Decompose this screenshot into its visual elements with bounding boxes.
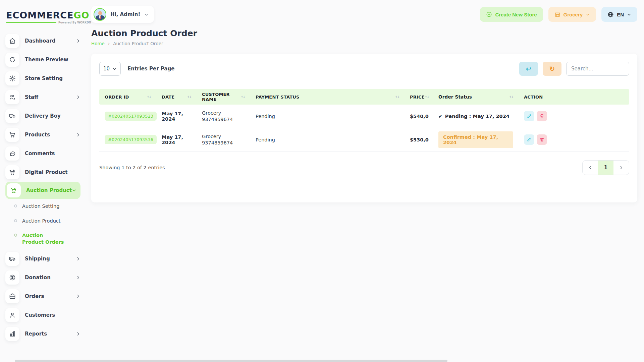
column-header-label: DATE [162, 95, 174, 100]
sidebar-item-auction-product[interactable]: Auction Product [5, 182, 80, 199]
horizontal-scrollbar[interactable] [15, 360, 447, 362]
sidebar-item-delivery-boy[interactable]: Delivery Boy [0, 107, 86, 125]
page-head: Auction Product Order Home › Auction Pro… [91, 28, 637, 46]
chevron-right-icon [76, 275, 80, 280]
sidebar-item-label: Auction Product [26, 187, 72, 193]
table-toolbar: 10 Entries Per Page ↩ ↻ [99, 62, 629, 76]
pagination-next-button[interactable] [613, 161, 629, 175]
edit-button[interactable] [524, 134, 534, 145]
create-new-store-button[interactable]: Create New Store [480, 7, 543, 22]
users-icon [5, 90, 19, 104]
sidebar-subitem-auction-product-orders[interactable]: Auction Product Orders [0, 228, 86, 249]
sidebar-subitem-auction-setting[interactable]: Auction Setting [0, 199, 86, 214]
sidebar-item-comments[interactable]: Comments [0, 144, 86, 163]
truck-icon [5, 109, 19, 123]
customer-phone: 9374859674 [202, 140, 245, 146]
sidebar-item-staff[interactable]: Staff [0, 88, 86, 107]
column-header-price[interactable]: PRICE↑↓ [405, 95, 433, 100]
chevron-right-icon [76, 132, 80, 137]
sort-icon: ↑↓ [425, 95, 429, 99]
home-icon [5, 34, 19, 48]
edit-button[interactable] [524, 111, 534, 121]
theme-preview-icon [5, 53, 19, 67]
breadcrumb-home-link[interactable]: Home [91, 41, 105, 46]
chevron-right-icon [76, 39, 80, 43]
delete-button[interactable] [537, 134, 547, 145]
pagination: 1 [582, 160, 629, 175]
entries-per-page-select[interactable]: 10 [99, 62, 121, 76]
sidebar-item-products[interactable]: Products [0, 125, 86, 144]
order-status-cell: ✔Pending : May 17, 2024 [433, 114, 519, 119]
trash-icon [539, 137, 544, 142]
order-status-badge: Confirmed : May 17, 2024 [438, 131, 513, 148]
column-header-order-status[interactable]: Order Status↑↓ [433, 94, 519, 100]
price-cell: $530,0 [405, 137, 433, 142]
column-header-label: Order Status [438, 94, 472, 100]
sidebar-subitem-label: Auction Product Orders [22, 232, 66, 245]
sidebar-item-label: Products [25, 132, 76, 138]
sidebar-subitem-auction-product[interactable]: Auction Product [0, 214, 86, 229]
logo-primary: ECOMMERCE [6, 10, 73, 20]
chevron-down-icon [72, 188, 76, 193]
showing-entries-text: Showing 1 to 2 of 2 entries [99, 165, 165, 170]
toolbar-right: ↩ ↻ [519, 62, 629, 76]
sidebar-item-digital-product[interactable]: Digital Product [0, 163, 86, 182]
search-input[interactable] [566, 62, 629, 76]
order-id-badge[interactable]: #020240517093536 [105, 135, 157, 144]
column-header-action: ACTION [519, 95, 629, 100]
column-header-label: ACTION [524, 95, 543, 100]
sort-icon: ↑↓ [509, 95, 513, 99]
sort-icon: ↑↓ [395, 95, 399, 99]
sidebar-item-orders[interactable]: Orders [0, 287, 86, 306]
store-selector-button[interactable]: Grocery [548, 7, 596, 22]
user-icon [5, 308, 19, 322]
user-greeting: Hi, Admin! [110, 11, 140, 17]
sidebar-item-label: Staff [25, 94, 76, 100]
table-row: #020240517093536 May 17, 2024 Grocery 93… [99, 128, 629, 152]
chevron-right-icon [76, 95, 80, 100]
sidebar-item-theme-preview[interactable]: Theme Preview [0, 50, 86, 69]
sidebar-item-reports[interactable]: Reports [0, 324, 86, 343]
date-cell: May 17, 2024 [156, 134, 197, 145]
column-header-payment-status[interactable]: PAYMENT STATUS↑↓ [250, 95, 405, 100]
sidebar-item-label: Orders [25, 293, 76, 299]
chevron-down-icon [627, 12, 631, 17]
user-menu[interactable]: Hi, Admin! [91, 6, 154, 23]
sidebar-item-customers[interactable]: Customers [0, 306, 86, 324]
chevron-down-icon [586, 12, 590, 17]
sidebar-item-label: Comments [25, 150, 80, 157]
payment-status-cell: Pending [250, 137, 405, 142]
sidebar-item-dashboard[interactable]: Dashboard [0, 32, 86, 50]
sidebar-item-store-setting[interactable]: Store Setting [0, 69, 86, 88]
sidebar-subitem-label: Auction Setting [22, 203, 59, 210]
order-id-badge[interactable]: #020240517093523 [105, 112, 157, 121]
column-header-date[interactable]: DATE↑↓ [156, 95, 197, 100]
pagination-page-1[interactable]: 1 [598, 161, 613, 175]
pagination-prev-button[interactable] [583, 161, 598, 175]
table-row: #020240517093523 May 17, 2024 Grocery 93… [99, 105, 629, 128]
pencil-icon [527, 137, 532, 142]
undo-button[interactable]: ↩ [519, 62, 538, 76]
sidebar-item-label: Theme Preview [25, 57, 80, 63]
delete-button[interactable] [537, 111, 547, 121]
customer-name: Grocery [202, 110, 245, 116]
bullet-icon [14, 234, 17, 237]
chat-bubble-icon [5, 146, 19, 161]
logo[interactable]: ECOMMERCEGO Powered By WORKDO [0, 7, 86, 25]
column-header-label: PAYMENT STATUS [256, 95, 300, 100]
bullet-icon [14, 204, 17, 207]
payment-status-cell: Pending [250, 114, 405, 119]
cart-icon [5, 128, 19, 142]
sidebar-item-shipping[interactable]: Shipping [0, 249, 86, 268]
undo-icon: ↩ [526, 65, 531, 73]
sidebar-item-donation[interactable]: Donation [0, 268, 86, 287]
column-header-order-id[interactable]: ORDER ID↑↓ [99, 95, 156, 100]
refresh-button[interactable]: ↻ [543, 62, 561, 76]
column-header-customer-name[interactable]: CUSTOMER NAME↑↓ [197, 92, 250, 102]
shipping-truck-icon [5, 252, 19, 266]
language-selector-button[interactable]: EN [601, 7, 637, 22]
briefcase-icon [5, 289, 19, 303]
sort-icon: ↑↓ [187, 95, 191, 99]
logo-underline [6, 22, 56, 23]
cart-plus-icon [5, 165, 19, 179]
